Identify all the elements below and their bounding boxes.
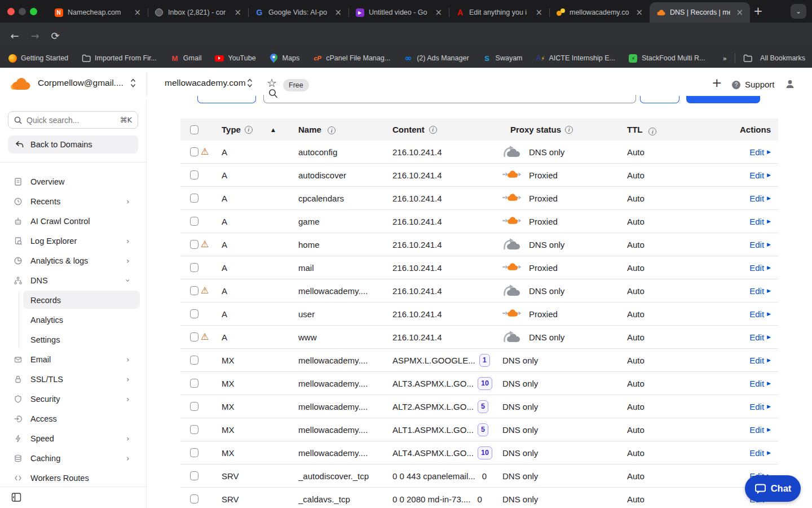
tab-close-icon[interactable]: × — [634, 7, 644, 17]
domain-selector[interactable]: mellowacademy.com — [165, 78, 246, 88]
sidebar-item-analytics[interactable]: Analytics — [0, 310, 147, 330]
quick-search-field[interactable] — [27, 116, 115, 125]
row-checkbox[interactable] — [190, 425, 198, 434]
support-link[interactable]: Support — [745, 80, 775, 89]
collapse-sidebar-icon[interactable] — [11, 492, 21, 502]
edit-button[interactable]: Edit▶ — [749, 263, 778, 273]
back-icon[interactable]: ← — [8, 29, 21, 42]
forward-icon[interactable]: → — [28, 29, 42, 42]
dns-search-input-fragment[interactable] — [263, 95, 636, 103]
bookmark-item[interactable]: Getting Started — [8, 54, 68, 63]
quick-search-input[interactable]: ⌘K — [8, 111, 138, 129]
row-checkbox[interactable] — [190, 356, 198, 365]
browser-tab[interactable]: ▶ Untitled video - Go × — [348, 2, 449, 23]
bookmark-item[interactable]: M Gmail — [170, 54, 202, 63]
bookmark-item[interactable]: cP cPanel File Manag... — [313, 54, 390, 63]
tab-close-icon[interactable]: × — [133, 7, 142, 17]
tab-close-icon[interactable]: × — [534, 7, 544, 17]
browser-tab[interactable]: DNS | Records | me × — [650, 2, 750, 23]
bookmark-item[interactable]: Imported From Fir... — [82, 54, 157, 63]
reload-icon[interactable]: ⟳ — [48, 29, 62, 42]
all-bookmarks-label[interactable]: All Bookmarks — [760, 54, 805, 62]
edit-button[interactable]: Edit▶ — [749, 147, 778, 157]
row-checkbox[interactable] — [190, 286, 198, 295]
info-icon[interactable]: i — [565, 126, 573, 134]
tab-close-icon[interactable]: × — [333, 7, 343, 17]
row-checkbox[interactable] — [190, 147, 198, 156]
bookmark-item[interactable]: Maps — [270, 54, 300, 63]
edit-button[interactable]: Edit▶ — [749, 448, 778, 458]
info-icon[interactable]: i — [245, 126, 253, 134]
window-zoom-button[interactable] — [30, 8, 37, 15]
info-icon[interactable]: i — [328, 126, 336, 134]
edit-button[interactable]: Edit▶ — [749, 332, 778, 342]
bookmark-item[interactable]: A⚡ AICTE Internship E... — [536, 54, 615, 63]
column-proxy-status[interactable]: Proxy status — [510, 125, 561, 134]
column-name[interactable]: Name — [298, 125, 321, 134]
browser-tab[interactable]: A Edit anything you i × — [449, 2, 549, 23]
edit-button[interactable]: Edit▶ — [749, 217, 778, 226]
edit-button[interactable]: Edit▶ — [749, 379, 778, 388]
bookmarks-overflow-icon[interactable]: » — [722, 54, 727, 63]
chat-button[interactable]: Chat — [745, 475, 801, 502]
window-close-button[interactable] — [7, 8, 15, 15]
browser-tab[interactable]: Inbox (2,821) - cor × — [148, 2, 248, 23]
column-content[interactable]: Content — [392, 125, 425, 134]
new-tab-button[interactable]: + — [753, 5, 763, 16]
column-type[interactable]: Type — [222, 125, 241, 134]
edit-button[interactable]: Edit▶ — [749, 194, 778, 203]
sidebar-item-overview[interactable]: Overview — [0, 172, 147, 191]
edit-button[interactable]: Edit▶ — [749, 170, 778, 180]
edit-button[interactable]: Edit▶ — [749, 240, 778, 249]
row-checkbox[interactable] — [190, 379, 198, 388]
row-checkbox[interactable] — [190, 217, 198, 226]
row-checkbox[interactable] — [190, 448, 198, 457]
sort-asc-icon[interactable]: ▲ — [271, 127, 275, 133]
row-checkbox[interactable] — [190, 170, 198, 179]
window-minimize-button[interactable] — [19, 8, 26, 15]
bookmark-item[interactable]: ⚡ StackFood Multi R... — [629, 54, 705, 63]
favorite-star-icon[interactable]: ☆ — [267, 76, 277, 90]
edit-button[interactable]: Edit▶ — [749, 356, 778, 365]
sidebar-item-caching[interactable]: Caching › — [0, 448, 147, 468]
edit-button[interactable]: Edit▶ — [749, 286, 778, 296]
row-checkbox[interactable] — [190, 240, 198, 249]
browser-tab[interactable]: N Namecheap.com × — [47, 2, 148, 23]
add-record-button-fragment[interactable] — [686, 96, 760, 103]
browser-tab[interactable]: mellowacademy.co × — [549, 2, 650, 23]
sidebar-item-access[interactable]: Access — [0, 409, 147, 428]
row-checkbox[interactable] — [190, 471, 198, 480]
select-all-checkbox[interactable] — [190, 125, 198, 134]
tab-close-icon[interactable]: × — [434, 7, 443, 17]
edit-button[interactable]: Edit▶ — [749, 402, 778, 411]
sidebar-item-email[interactable]: Email › — [0, 349, 147, 369]
domain-chevron-updown-icon[interactable] — [247, 78, 253, 88]
sidebar-item-speed[interactable]: Speed › — [0, 428, 147, 448]
column-ttl[interactable]: TTL — [627, 125, 642, 134]
bookmark-item[interactable]: YouTube — [215, 54, 255, 63]
sidebar-item-workers-routes[interactable]: Workers Routes — [0, 468, 147, 488]
sidebar-item-records[interactable]: Records — [0, 290, 147, 310]
sidebar-item-ai-crawl-control[interactable]: AI Crawl Control — [0, 211, 147, 231]
row-checkbox[interactable] — [190, 402, 198, 411]
sidebar-item-log-explorer[interactable]: Log Explorer › — [0, 231, 147, 251]
bookmark-item[interactable]: ∞ (2) Ads Manager — [404, 54, 469, 63]
add-site-button[interactable]: + — [712, 76, 722, 90]
edit-button[interactable]: Edit▶ — [749, 425, 778, 435]
user-icon[interactable] — [785, 79, 795, 89]
tab-close-icon[interactable]: × — [735, 7, 744, 17]
sidebar-item-recents[interactable]: Recents › — [0, 191, 147, 211]
row-checkbox[interactable] — [190, 309, 198, 318]
tab-close-icon[interactable]: × — [233, 7, 242, 17]
row-checkbox[interactable] — [190, 263, 198, 272]
table-action-button-fragment[interactable] — [197, 96, 256, 103]
sidebar-item-analytics-logs[interactable]: Analytics & logs › — [0, 251, 147, 270]
sidebar-item-security[interactable]: Security › — [0, 389, 147, 409]
account-selector[interactable]: Corpmellow@gmail.... — [38, 78, 123, 88]
account-chevron-updown-icon[interactable] — [130, 78, 136, 88]
info-icon[interactable]: i — [429, 126, 437, 134]
tab-search-icon[interactable]: ⌄ — [791, 4, 806, 19]
sidebar-item-ssl-tls[interactable]: SSL/TLS › — [0, 369, 147, 389]
browser-tab[interactable]: G Google Vids: AI-po × — [248, 2, 348, 23]
row-checkbox[interactable] — [190, 332, 198, 341]
